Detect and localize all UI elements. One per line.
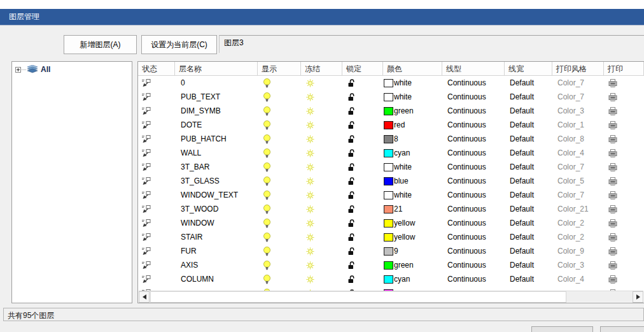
header-freeze[interactable]: 冻结 bbox=[301, 62, 342, 76]
linetype-cell[interactable]: Continuous bbox=[442, 132, 505, 146]
print-cell[interactable] bbox=[604, 76, 644, 90]
layer-name-cell[interactable]: 3T_BAR bbox=[175, 160, 258, 174]
freeze-cell[interactable] bbox=[301, 174, 342, 188]
color-cell[interactable]: 9 bbox=[383, 244, 442, 258]
header-status[interactable]: 状态 bbox=[138, 62, 175, 76]
color-cell[interactable]: white bbox=[383, 90, 442, 104]
layer-name-cell[interactable]: 3T_WOOD bbox=[175, 202, 258, 216]
layer-name-cell[interactable]: FUR bbox=[175, 244, 258, 258]
color-swatch[interactable] bbox=[384, 191, 393, 199]
lineweight-cell[interactable]: Default bbox=[505, 216, 552, 230]
linetype-cell[interactable]: Continuous bbox=[442, 258, 505, 272]
table-row[interactable]: DOTE red Continuous Def bbox=[138, 118, 644, 132]
visible-cell[interactable] bbox=[258, 188, 301, 202]
color-cell[interactable]: white bbox=[383, 160, 442, 174]
table-row[interactable]: 3T_GLASS blue Continuous bbox=[138, 174, 644, 188]
lock-cell[interactable] bbox=[342, 174, 383, 188]
lock-cell[interactable] bbox=[342, 272, 383, 286]
header-lock[interactable]: 锁定 bbox=[342, 62, 383, 76]
print-cell[interactable] bbox=[604, 132, 644, 146]
print-cell[interactable] bbox=[604, 146, 644, 160]
print-cell[interactable] bbox=[604, 160, 644, 174]
lineweight-cell[interactable]: Default bbox=[505, 258, 552, 272]
color-swatch[interactable] bbox=[384, 163, 393, 171]
lineweight-cell[interactable]: Default bbox=[505, 132, 552, 146]
lineweight-cell[interactable]: Default bbox=[505, 160, 552, 174]
layer-name-cell[interactable]: STAIR bbox=[175, 230, 258, 244]
visible-cell[interactable] bbox=[258, 146, 301, 160]
visible-cell[interactable] bbox=[258, 160, 301, 174]
color-swatch[interactable] bbox=[384, 275, 393, 284]
table-row[interactable]: WINDOW yellow Continuous bbox=[138, 216, 644, 230]
color-cell[interactable]: green bbox=[383, 258, 442, 272]
table-row[interactable]: DIM_SYMB green Continuous bbox=[138, 104, 644, 118]
header-linetype[interactable]: 线型 bbox=[442, 62, 505, 76]
layer-name-cell[interactable]: WINDOW bbox=[175, 216, 258, 230]
lock-cell[interactable] bbox=[342, 258, 383, 272]
freeze-cell[interactable] bbox=[301, 244, 342, 258]
visible-cell[interactable] bbox=[258, 174, 301, 188]
visible-cell[interactable] bbox=[258, 244, 301, 258]
lock-cell[interactable] bbox=[342, 104, 383, 118]
ok-button-partial[interactable] bbox=[531, 326, 593, 332]
lock-cell[interactable] bbox=[342, 160, 383, 174]
visible-cell[interactable] bbox=[258, 216, 301, 230]
freeze-cell[interactable] bbox=[301, 76, 342, 90]
visible-cell[interactable] bbox=[258, 104, 301, 118]
visible-cell[interactable] bbox=[258, 230, 301, 244]
visible-cell[interactable] bbox=[258, 132, 301, 146]
color-cell[interactable]: 8 bbox=[383, 132, 442, 146]
linetype-cell[interactable]: Continuous bbox=[442, 272, 505, 286]
color-cell[interactable]: cyan bbox=[383, 272, 442, 286]
print-cell[interactable] bbox=[604, 230, 644, 244]
header-color[interactable]: 颜色 bbox=[383, 62, 442, 76]
freeze-cell[interactable] bbox=[301, 132, 342, 146]
table-row[interactable]: PUB_HATCH 8 Continuous bbox=[138, 132, 644, 146]
lock-cell[interactable] bbox=[342, 202, 383, 216]
lock-cell[interactable] bbox=[342, 244, 383, 258]
freeze-cell[interactable] bbox=[301, 188, 342, 202]
linetype-cell[interactable]: Continuous bbox=[442, 76, 505, 90]
lock-cell[interactable] bbox=[342, 132, 383, 146]
color-swatch[interactable] bbox=[384, 93, 393, 101]
table-row[interactable]: STAIR yellow Continuous bbox=[138, 230, 644, 244]
lineweight-cell[interactable]: Default bbox=[505, 146, 552, 160]
color-cell[interactable]: 21 bbox=[383, 202, 442, 216]
tree-expand-plus-icon[interactable] bbox=[15, 67, 21, 73]
linetype-cell[interactable]: Continuous bbox=[442, 202, 505, 216]
lineweight-cell[interactable]: Default bbox=[505, 188, 552, 202]
color-swatch[interactable] bbox=[384, 205, 393, 213]
linetype-cell[interactable]: Continuous bbox=[442, 174, 505, 188]
linetype-cell[interactable]: Continuous bbox=[442, 90, 505, 104]
freeze-cell[interactable] bbox=[301, 118, 342, 132]
lineweight-cell[interactable]: Default bbox=[505, 174, 552, 188]
color-swatch[interactable] bbox=[384, 261, 393, 270]
horizontal-scrollbar[interactable] bbox=[139, 291, 643, 302]
freeze-cell[interactable] bbox=[301, 90, 342, 104]
print-cell[interactable] bbox=[604, 90, 644, 104]
print-cell[interactable] bbox=[604, 244, 644, 258]
table-row[interactable]: 0 white Continuous Defa bbox=[138, 76, 644, 90]
lineweight-cell[interactable]: Default bbox=[505, 230, 552, 244]
color-cell[interactable]: green bbox=[383, 104, 442, 118]
color-swatch[interactable] bbox=[384, 177, 393, 185]
freeze-cell[interactable] bbox=[301, 160, 342, 174]
header-lineweight[interactable]: 线宽 bbox=[505, 62, 552, 76]
linetype-cell[interactable]: Continuous bbox=[442, 160, 505, 174]
lock-cell[interactable] bbox=[342, 76, 383, 90]
lock-cell[interactable] bbox=[342, 118, 383, 132]
freeze-cell[interactable] bbox=[301, 258, 342, 272]
color-swatch[interactable] bbox=[384, 79, 393, 87]
print-cell[interactable] bbox=[604, 258, 644, 272]
linetype-cell[interactable]: Continuous bbox=[442, 146, 505, 160]
lineweight-cell[interactable]: Default bbox=[505, 202, 552, 216]
layer-name-cell[interactable]: WALL bbox=[175, 146, 258, 160]
layer-name-cell[interactable]: COLUMN bbox=[175, 272, 258, 286]
linetype-cell[interactable]: Continuous bbox=[442, 216, 505, 230]
freeze-cell[interactable] bbox=[301, 146, 342, 160]
lineweight-cell[interactable]: Default bbox=[505, 104, 552, 118]
freeze-cell[interactable] bbox=[301, 104, 342, 118]
table-row[interactable]: WALL cyan Continuous De bbox=[138, 146, 644, 160]
linetype-cell[interactable]: Continuous bbox=[442, 118, 505, 132]
visible-cell[interactable] bbox=[258, 118, 301, 132]
